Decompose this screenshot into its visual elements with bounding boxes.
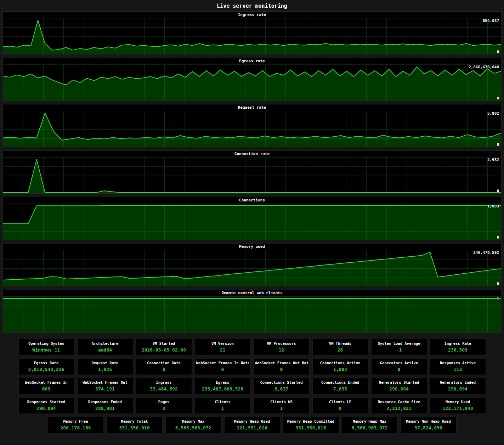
chart-plot-connections: 1,003 0 (3, 204, 501, 240)
chart-area-fill (3, 252, 501, 286)
stat-value: 331,350,016 (284, 425, 338, 430)
stat-value: 12 (255, 347, 308, 353)
stat-label: Memory Heap Max (343, 419, 396, 423)
y-max-label: 1,003 (487, 204, 499, 209)
y-min-label: 0 (497, 96, 499, 101)
stat-label: Memory Used (431, 400, 485, 404)
stats-row-1: Operating SystemWindows 11Architectuream… (0, 339, 504, 355)
chart-title-remote-web-clients: Remote control web clients (3, 290, 501, 296)
stat-label: Architecture (79, 341, 132, 346)
chart-title-connections: Connections (3, 197, 501, 204)
stat-label: Connections Ended (314, 380, 367, 384)
stat-value: 2,018,543,226 (20, 367, 73, 372)
stat-value: 3 (137, 406, 191, 411)
chart-title-ingress-rate: Ingress rate (3, 12, 501, 18)
stat-value: 236,509 (431, 347, 485, 353)
y-min-label: 0 (497, 189, 499, 193)
y-min-label: 0 (497, 142, 499, 147)
stat-label: Connections Active (314, 361, 367, 365)
stat-label: Responses Ended (79, 400, 132, 404)
egress-rate-line-chart (3, 64, 501, 101)
stat-tile-memory-heap-committed: Memory Heap Committed331,350,016 (283, 417, 339, 433)
stat-value: 290,094 (20, 406, 73, 411)
stat-tile-architecture: Architectureamd64 (77, 339, 133, 355)
remote-web-clients-line-chart (3, 296, 501, 332)
ingress-rate-line-chart (3, 18, 501, 54)
stat-value: 1 (196, 406, 249, 411)
stats-grid: Operating SystemWindows 11Architectuream… (0, 336, 504, 440)
chart-area-fill (3, 159, 501, 193)
stat-tile-egress-rate: Egress Rate2,018,543,226 (18, 358, 74, 375)
stat-value: 289,981 (79, 406, 132, 411)
y-max-label: 4,932 (487, 158, 499, 162)
chart-panel-memory-used: Memory used 246,470,592 0 (2, 243, 502, 286)
stat-tile-system-load-average: System Load Average-1 (371, 339, 427, 355)
stat-value: 0 (137, 367, 191, 372)
stat-value: amd64 (79, 347, 132, 353)
stat-label: VM Threads (314, 341, 367, 346)
stat-label: Ingress (137, 380, 191, 384)
stat-value: 293,407,809,526 (196, 386, 249, 392)
stat-label: Pages (137, 400, 191, 404)
chart-series-line (3, 159, 501, 193)
stat-label: WebSocket Frames Out (79, 380, 132, 384)
stat-value: Windows 11 (20, 347, 73, 353)
stat-label: Memory Max (167, 419, 220, 423)
stat-label: Egress Rate (20, 361, 73, 365)
stat-value: 113 (431, 367, 485, 372)
stat-tile-vm-threads: VM Threads26 (312, 339, 368, 355)
chart-title-connection-rate: Connection rate (3, 151, 501, 157)
stat-value: 0 (196, 367, 249, 372)
stat-tile-memory-heap-used: Memory Heap Used121,931,024 (224, 417, 280, 433)
chart-area-fill (3, 206, 501, 240)
stat-label: VM Version (196, 341, 249, 346)
stat-tile-connection-rate: Connection Rate0 (136, 358, 192, 375)
stat-label: WebSocket Frames Out Rate (255, 361, 308, 365)
stat-label: Clients LP (314, 400, 367, 404)
stat-tile-websocket-frames-in: WebSocket Frames In609 (18, 378, 74, 394)
chart-plot-remote-web-clients: 1 (3, 296, 501, 332)
stat-label: Memory Total (108, 419, 161, 423)
stat-tile-clients-ws: Clients WS1 (254, 397, 310, 414)
stat-value: 8,637 (255, 386, 308, 392)
stat-tile-vm-processors: VM Processors12 (254, 339, 310, 355)
stat-value: 2026-03-05 02:09 (137, 347, 191, 353)
stat-tile-memory-used: Memory Used123,171,848 (430, 397, 486, 414)
stat-tile-responses-started: Responses Started290,094 (18, 397, 74, 414)
stat-value: 123,171,848 (431, 406, 485, 411)
stat-tile-connections-active: Connections Active1,002 (312, 358, 368, 375)
connection-rate-line-chart (3, 157, 501, 193)
chart-plot-connection-rate: 4,932 0 (3, 157, 501, 193)
stat-value: 1,002 (314, 367, 367, 372)
y-min-label: 0 (497, 281, 499, 286)
chart-title-memory-used: Memory used (3, 244, 501, 250)
y-min-label: 0 (497, 50, 499, 54)
stat-tile-connections-ended: Connections Ended7,635 (312, 378, 368, 394)
stat-label: Generators Active (373, 361, 426, 365)
stat-tile-memory-max: Memory Max8,568,963,072 (165, 417, 221, 433)
stats-row-3: WebSocket Frames In609WebSocket Frames O… (0, 378, 504, 394)
chart-area-fill (3, 113, 501, 147)
chart-plot-egress-rate: 2,866,670,048 0 (3, 64, 501, 101)
stat-label: Responses Active (431, 361, 485, 365)
stat-tile-request-rate: Request Rate1,925 (77, 358, 133, 375)
stat-value: 8,568,963,072 (343, 425, 396, 430)
stat-label: Operating System (20, 341, 73, 346)
stat-value: 8,568,963,072 (167, 425, 220, 430)
y-max-label: 5,982 (487, 111, 499, 116)
stat-label: Memory Heap Committed (284, 419, 338, 423)
stat-value: 37,824,096 (402, 425, 455, 430)
stat-label: System Load Average (373, 341, 426, 346)
stat-value: 33,484,692 (137, 386, 191, 392)
chart-panel-ingress-rate: Ingress rate 654,037 0 (2, 11, 502, 55)
stat-label: Memory Free (49, 419, 102, 423)
stat-label: Responses Started (20, 400, 73, 404)
stat-tile-websocket-frames-out: WebSocket Frames Out374,191 (77, 378, 133, 394)
stat-tile-vm-version: VM Version21 (195, 339, 251, 355)
stat-tile-generators-started: Generators Started290,094 (371, 378, 427, 394)
stat-tile-memory-heap-max: Memory Heap Max8,568,963,072 (342, 417, 398, 433)
stat-value: -1 (373, 347, 426, 353)
chart-panel-connection-rate: Connection rate 4,932 0 (2, 150, 502, 194)
stat-tile-clients: Clients1 (195, 397, 251, 414)
stat-label: Request Rate (79, 361, 132, 365)
